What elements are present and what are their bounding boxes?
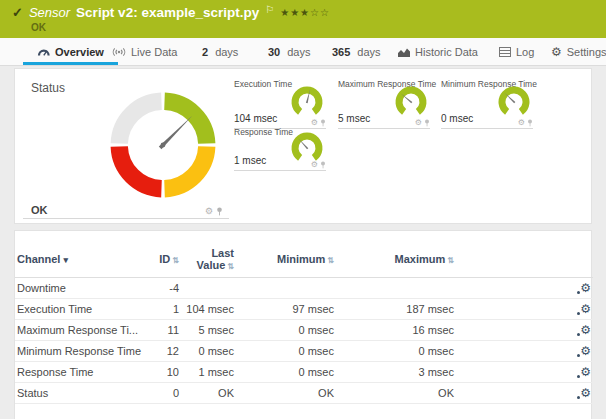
pin-icon[interactable] [320, 119, 326, 127]
channel-maximum: 0 msec [336, 341, 456, 362]
channel-id: 11 [151, 320, 181, 341]
table-row: Maximum Response Ti... 11 5 msec 0 msec … [15, 320, 593, 341]
gauge-label: Execution Time [234, 79, 292, 89]
overview-gauges-card: Status OK ⚙ Execution Time 104 msec ⚙ [14, 68, 592, 224]
table-row: Response Time 10 1 msec 0 msec 3 msec ⚙ [15, 362, 593, 383]
tab-day-count: 365 [332, 46, 350, 58]
gauge-icon [37, 46, 50, 57]
panel-gear-icon[interactable]: ⚙ [205, 207, 213, 216]
panel-gear-icon[interactable]: ⚙ [518, 119, 525, 127]
tab-label: days [357, 46, 380, 58]
column-header-channel[interactable]: Channel▾ [15, 245, 151, 278]
channel-last-value: 104 msec [181, 299, 236, 320]
status-panel-title: Status [31, 81, 65, 95]
status-panel: Status OK ⚙ [23, 77, 229, 219]
priority-stars[interactable]: ★★★☆☆ [280, 7, 330, 18]
sort-down-icon: ▾ [63, 255, 68, 265]
channel-name: Response Time [15, 362, 151, 383]
gauge-panel-response-time: Response Time 1 msec ⚙ [234, 127, 326, 171]
column-header-maximum[interactable]: Maximum⇅ [336, 245, 456, 278]
channel-settings-gear-icon[interactable]: ⚙ [580, 345, 591, 357]
channel-id: 10 [151, 362, 181, 383]
column-header-id[interactable]: ID⇅ [151, 245, 181, 278]
pin-icon[interactable] [320, 161, 326, 169]
channel-minimum: 0 msec [236, 362, 336, 383]
tab-bar: Overview Live Data 2 days 30 days 365 da… [0, 38, 606, 66]
channel-last-value: 0 msec [181, 341, 236, 362]
execution-time-gauge [290, 85, 324, 119]
pin-icon[interactable] [424, 119, 430, 127]
tab-2-days[interactable]: 2 days [202, 38, 238, 65]
channel-table-card: Channel▾ ID⇅ Last Value⇅ Minimum⇅ Maximu… [14, 230, 592, 419]
gauge-value: 1 msec [234, 155, 266, 166]
table-row: Status 0 OK OK OK ⚙ [15, 383, 593, 404]
tab-label: Historic Data [415, 46, 478, 58]
sensor-type-label: Sensor [29, 5, 70, 20]
channel-settings-gear-icon[interactable]: ⚙ [580, 303, 591, 315]
tab-label: days [215, 46, 238, 58]
channel-minimum: 0 msec [236, 320, 336, 341]
pin-icon[interactable] [216, 207, 223, 216]
channel-settings-gear-icon[interactable]: ⚙ [580, 282, 591, 294]
sort-icon: ⇅ [327, 256, 334, 265]
status-check-icon: ✓ [12, 5, 23, 20]
channel-minimum: 97 msec [236, 299, 336, 320]
channel-maximum: OK [336, 383, 456, 404]
column-header-minimum[interactable]: Minimum⇅ [236, 245, 336, 278]
channel-settings-gear-icon[interactable]: ⚙ [580, 366, 591, 378]
gauge-panel-maximum-response-time: Maximum Response Time 5 msec ⚙ [338, 79, 430, 129]
tab-day-count: 30 [268, 46, 280, 58]
channel-settings-gear-icon[interactable]: ⚙ [580, 324, 591, 336]
channel-last-value [181, 278, 236, 299]
sort-icon: ⇅ [227, 262, 234, 271]
gauge-panel-minimum-response-time: Minimum Response Time 0 msec ⚙ [441, 79, 533, 129]
column-header-last-value[interactable]: Last Value⇅ [181, 245, 236, 278]
tab-historic-data[interactable]: Historic Data [398, 38, 478, 65]
channel-maximum: 187 msec [336, 299, 456, 320]
tab-log[interactable]: Log [499, 38, 534, 65]
gauge-value: 104 msec [234, 113, 277, 124]
table-header-row: Channel▾ ID⇅ Last Value⇅ Minimum⇅ Maximu… [15, 245, 593, 278]
gauge-panel-execution-time: Execution Time 104 msec ⚙ [234, 79, 326, 129]
channel-name: Maximum Response Ti... [15, 320, 151, 341]
tab-label: Log [516, 46, 534, 58]
channel-name: Status [15, 383, 151, 404]
sensor-header: ✓ Sensor Script v2: example_script.py ⚐ … [0, 0, 606, 38]
table-row: Downtime -4 ⚙ [15, 278, 593, 299]
sort-icon: ⇅ [172, 256, 179, 265]
channel-name: Downtime [15, 278, 151, 299]
channel-settings-gear-icon[interactable]: ⚙ [580, 387, 591, 399]
channel-minimum: 0 msec [236, 341, 336, 362]
channel-last-value: 1 msec [181, 362, 236, 383]
channel-minimum [236, 278, 336, 299]
channel-minimum: OK [236, 383, 336, 404]
tab-30-days[interactable]: 30 days [268, 38, 311, 65]
panel-gear-icon[interactable]: ⚙ [311, 119, 318, 127]
panel-gear-icon[interactable]: ⚙ [311, 161, 318, 169]
tab-live-data[interactable]: Live Data [112, 38, 177, 65]
sensor-status-text: OK [31, 22, 46, 33]
response-time-gauge [290, 131, 324, 165]
tab-overview[interactable]: Overview [37, 38, 104, 65]
channel-last-value: OK [181, 383, 236, 404]
minimum-response-time-gauge [497, 85, 531, 119]
log-icon [499, 47, 511, 57]
channel-id: 12 [151, 341, 181, 362]
flag-icon[interactable]: ⚐ [265, 4, 274, 15]
panel-gear-icon[interactable]: ⚙ [415, 119, 422, 127]
page-title: Script v2: example_script.py [76, 5, 259, 20]
pin-icon[interactable] [527, 119, 533, 127]
channel-table: Channel▾ ID⇅ Last Value⇅ Minimum⇅ Maximu… [15, 245, 593, 404]
chart-icon [398, 47, 410, 57]
gear-icon: ⚙ [551, 45, 562, 59]
tab-settings[interactable]: ⚙ Settings [551, 38, 606, 65]
broadcast-icon [112, 47, 126, 57]
tab-365-days[interactable]: 365 days [332, 38, 381, 65]
maximum-response-time-gauge [394, 85, 428, 119]
gauge-label: Response Time [234, 127, 293, 137]
table-row: Execution Time 1 104 msec 97 msec 187 ms… [15, 299, 593, 320]
channel-name: Execution Time [15, 299, 151, 320]
sort-icon: ⇅ [447, 256, 454, 265]
channel-maximum: 3 msec [336, 362, 456, 383]
channel-id: 1 [151, 299, 181, 320]
